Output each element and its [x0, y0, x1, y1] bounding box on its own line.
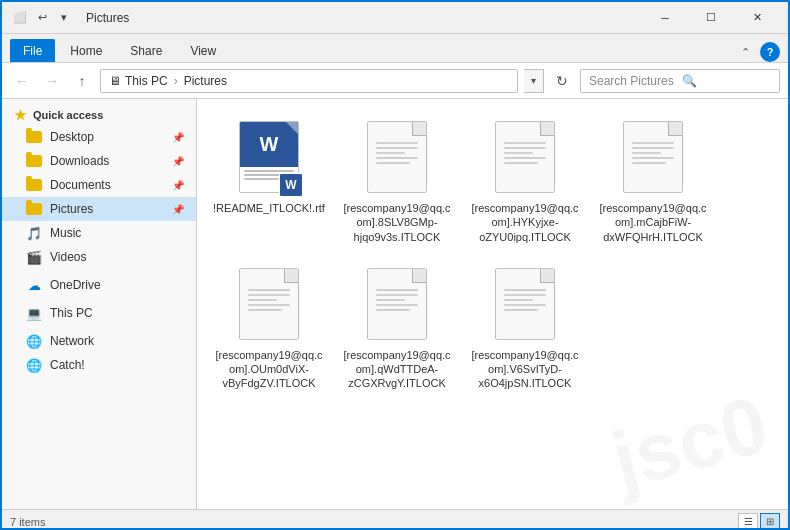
file-item-4[interactable]: [rescompany19@qq.com].mCajbFiW-dxWFQHrH.…	[593, 111, 713, 250]
file-name-2: [rescompany19@qq.com].8SLV8GMp-hjqo9v3s.…	[341, 201, 453, 244]
file-item-5[interactable]: [rescompany19@qq.com].OUm0dViX-vByFdgZV.…	[209, 258, 329, 397]
file-icon-3	[485, 117, 565, 197]
qat-dropdown-button[interactable]: ▾	[54, 8, 74, 28]
file-icon-6	[357, 264, 437, 344]
up-button[interactable]: ↑	[70, 69, 94, 93]
search-placeholder: Search Pictures	[589, 74, 678, 88]
file-icon-2	[357, 117, 437, 197]
pictures-folder-icon	[26, 201, 42, 217]
sidebar-item-pictures[interactable]: Pictures 📌	[2, 197, 196, 221]
ribbon-tabs: File Home Share View ⌃ ?	[2, 34, 788, 62]
large-icons-view-button[interactable]: ⊞	[760, 513, 780, 531]
onedrive-icon: ☁	[26, 277, 42, 293]
ribbon-collapse-icon[interactable]: ⌃	[735, 44, 756, 61]
file-area: jsc0 W	[197, 99, 788, 509]
sidebar-catch-label: Catch!	[50, 358, 184, 372]
address-bar: ← → ↑ 🖥 This PC › Pictures ▾ ↻ Search Pi…	[2, 63, 788, 99]
ribbon: File Home Share View ⌃ ?	[2, 34, 788, 63]
file-name-6: [rescompany19@qq.com].qWdTTDeA-zCGXRvgY.…	[341, 348, 453, 391]
tab-home[interactable]: Home	[57, 39, 115, 62]
file-name-3: [rescompany19@qq.com].HYKyjxe-oZYU0ipq.I…	[469, 201, 581, 244]
search-icon: 🔍	[682, 74, 771, 88]
file-icon-7	[485, 264, 565, 344]
tab-view[interactable]: View	[177, 39, 229, 62]
sidebar-section-network: 🌐 Network 🌐 Catch!	[2, 329, 196, 377]
videos-icon: 🎬	[26, 249, 42, 265]
ribbon-right-controls: ⌃ ?	[735, 42, 780, 62]
downloads-folder-icon	[26, 153, 42, 169]
sidebar-item-onedrive[interactable]: ☁ OneDrive	[2, 273, 196, 297]
file-name-7: [rescompany19@qq.com].V6SvITyD-x6O4jpSN.…	[469, 348, 581, 391]
sidebar-item-documents[interactable]: Documents 📌	[2, 173, 196, 197]
maximize-button[interactable]: ☐	[688, 2, 734, 34]
sidebar-onedrive-label: OneDrive	[50, 278, 184, 292]
sidebar-videos-label: Videos	[50, 250, 184, 264]
sidebar-thispc-label: This PC	[50, 306, 184, 320]
files-grid: W W !README_ITLOCK!.rtf	[197, 99, 788, 409]
file-name-5: [rescompany19@qq.com].OUm0dViX-vByFdgZV.…	[213, 348, 325, 391]
sidebar-section-onedrive: ☁ OneDrive	[2, 273, 196, 297]
documents-folder-icon	[26, 177, 42, 193]
address-path[interactable]: 🖥 This PC › Pictures	[100, 69, 518, 93]
sidebar-pictures-label: Pictures	[50, 202, 164, 216]
back-button[interactable]: ←	[10, 69, 34, 93]
refresh-button[interactable]: ↻	[550, 69, 574, 93]
title-bar: ⬜ ↩ ▾ Pictures ─ ☐ ✕	[2, 2, 788, 34]
tab-share[interactable]: Share	[117, 39, 175, 62]
sidebar-network-label: Network	[50, 334, 184, 348]
title-bar-left: ⬜ ↩ ▾ Pictures	[10, 8, 129, 28]
file-icon-4	[613, 117, 693, 197]
pin-icon-documents: 📌	[172, 180, 184, 191]
sidebar-music-label: Music	[50, 226, 184, 240]
sidebar-item-thispc[interactable]: 💻 This PC	[2, 301, 196, 325]
file-item-7[interactable]: [rescompany19@qq.com].V6SvITyD-x6O4jpSN.…	[465, 258, 585, 397]
minimize-button[interactable]: ─	[642, 2, 688, 34]
sidebar-documents-label: Documents	[50, 178, 164, 192]
sidebar-item-catch[interactable]: 🌐 Catch!	[2, 353, 196, 377]
tab-file[interactable]: File	[10, 39, 55, 62]
sidebar-item-videos[interactable]: 🎬 Videos	[2, 245, 196, 269]
file-name-4: [rescompany19@qq.com].mCajbFiW-dxWFQHrH.…	[597, 201, 709, 244]
sidebar-section-quickaccess: ★ Quick access Desktop 📌 Downloads 📌 Doc…	[2, 103, 196, 269]
close-button[interactable]: ✕	[734, 2, 780, 34]
qat-properties-button[interactable]: ⬜	[10, 8, 30, 28]
address-dropdown[interactable]: ▾	[524, 69, 544, 93]
status-item-count: 7 items	[10, 516, 45, 528]
qat-newfolder-button[interactable]: ↩	[32, 8, 52, 28]
window-title: Pictures	[86, 11, 129, 25]
address-this-pc: This PC	[125, 74, 168, 88]
file-icon-readme: W W	[229, 117, 309, 197]
sidebar-item-network[interactable]: 🌐 Network	[2, 329, 196, 353]
sidebar-section-thispc: 💻 This PC	[2, 301, 196, 325]
desktop-folder-icon	[26, 129, 42, 145]
search-box[interactable]: Search Pictures 🔍	[580, 69, 780, 93]
file-item-2[interactable]: [rescompany19@qq.com].8SLV8GMp-hjqo9v3s.…	[337, 111, 457, 250]
catch-icon: 🌐	[26, 357, 42, 373]
address-pictures: Pictures	[184, 74, 227, 88]
file-item-6[interactable]: [rescompany19@qq.com].qWdTTDeA-zCGXRvgY.…	[337, 258, 457, 397]
sidebar-downloads-label: Downloads	[50, 154, 164, 168]
sidebar-item-downloads[interactable]: Downloads 📌	[2, 149, 196, 173]
sidebar: ★ Quick access Desktop 📌 Downloads 📌 Doc…	[2, 99, 197, 509]
sidebar-item-music[interactable]: 🎵 Music	[2, 221, 196, 245]
list-view-button[interactable]: ☰	[738, 513, 758, 531]
file-item-readme[interactable]: W W !README_ITLOCK!.rtf	[209, 111, 329, 250]
quick-access-toolbar: ⬜ ↩ ▾	[10, 8, 74, 28]
help-button[interactable]: ?	[760, 42, 780, 62]
view-buttons: ☰ ⊞	[738, 513, 780, 531]
forward-button[interactable]: →	[40, 69, 64, 93]
sidebar-quickaccess-label: Quick access	[33, 109, 103, 121]
path-separator: ›	[174, 74, 178, 88]
thispc-icon: 💻	[26, 305, 42, 321]
network-icon: 🌐	[26, 333, 42, 349]
file-name-readme: !README_ITLOCK!.rtf	[213, 201, 325, 215]
sidebar-item-desktop[interactable]: Desktop 📌	[2, 125, 196, 149]
pin-icon-desktop: 📌	[172, 132, 184, 143]
music-icon: 🎵	[26, 225, 42, 241]
address-this-pc-icon: 🖥	[109, 74, 121, 88]
star-icon: ★	[14, 107, 27, 123]
file-item-3[interactable]: [rescompany19@qq.com].HYKyjxe-oZYU0ipq.I…	[465, 111, 585, 250]
file-icon-5	[229, 264, 309, 344]
sidebar-quickaccess-header: ★ Quick access	[2, 103, 196, 125]
status-bar: 7 items ☰ ⊞	[2, 509, 788, 530]
